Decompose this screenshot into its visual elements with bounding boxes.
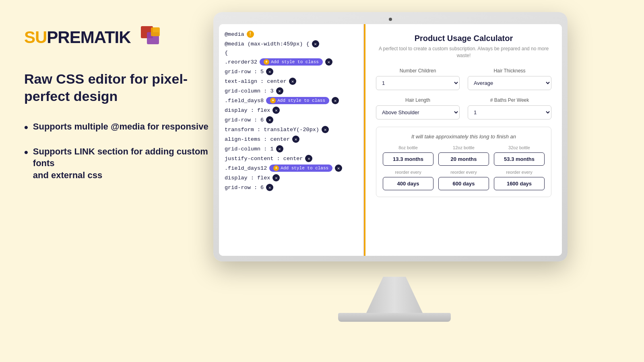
add-style-field-days12-button[interactable]: + Add style to class [269,165,332,172]
close-reorder32-icon[interactable]: ✕ [325,58,332,66]
css-grid-column-3-text: grid-column : 3 [225,88,274,94]
css-grid-row-6b-text: grid-row : 6 [225,185,264,191]
monitor-screen: @media ! @media (max-width:459px) { ✕ { … [219,24,562,256]
brand-logo-icon [139,24,165,50]
close-align-items-icon[interactable]: ✕ [292,136,299,143]
baths-per-week-select[interactable]: 1 2 3 [468,105,551,119]
css-line-display-flex-2: display : flex ✕ [225,174,357,181]
monitor-dot [389,18,392,21]
calculator-subtitle: A perfect tool to create a custom subscr… [376,45,551,59]
hair-length-label: Hair Length [376,97,460,103]
css-line-transform: transform : translateY(-20px) ✕ [225,126,357,133]
css-line-justify-content: justify-content : center ✕ [225,155,357,162]
css-line-grid-column-3: grid-column : 3 ✕ [225,87,357,95]
css-line-grid-column-1: grid-column : 1 ✕ [225,145,357,152]
css-transform-text: transform : translateY(-20px) [225,127,319,133]
add-style-field-days8-button[interactable]: + Add style to class [266,97,329,104]
close-text-align-icon[interactable]: ✕ [289,78,296,85]
bottle-label-8oz: 8oz bottle [383,145,433,150]
days-32oz: 1600 days [494,177,545,190]
close-justify-content-icon[interactable]: ✕ [305,155,312,162]
brand-rest: PREMATIK [47,28,130,47]
add-style-label: Add style to class [271,60,319,64]
close-grid-row-5-icon[interactable]: ✕ [266,68,273,75]
bottle-label-12oz: 12oz bottle [438,145,489,150]
css-align-items-text: align-items : center [225,136,290,142]
brand-su: SU [24,28,47,47]
css-line-grid-row-5: grid-row : 5 ✕ [225,68,357,75]
css-reorder32-text: .reorder32 [225,59,257,65]
form-row-top: Number Children 1 2 3 Hair Thickness Thi… [376,68,551,90]
brand-name: SUPREMATIK [24,28,131,47]
css-media-text: @media [225,31,244,37]
close-transform-icon[interactable]: ✕ [322,126,329,133]
svg-rect-2 [151,27,160,36]
css-brace-text: { [225,50,228,56]
monitor: @media ! @media (max-width:459px) { ✕ { … [213,12,576,334]
add-style-label-2: Add style to class [277,98,325,103]
months-8oz: 13.3 months [383,152,433,166]
css-line-field-days8: .field_days8 + Add style to class ✕ [225,97,357,104]
css-line-media-query: @media (max-width:459px) { ✕ [225,40,357,47]
css-field-days12-text: .field_days12 [225,165,267,171]
months-32oz: 53.3 months [494,152,545,166]
css-line-grid-row-6b: grid-row : 6 ✕ [225,184,357,191]
monitor-stand [338,277,451,322]
feature-item-2: Supports LINK section for adding custom … [24,146,217,181]
add-style-reorder32-button[interactable]: + Add style to class [260,58,323,66]
css-line-reorder32: .reorder32 + Add style to class ✕ [225,58,357,66]
css-field-days8-text: .field_days8 [225,98,264,104]
css-grid-column-1-text: grid-column : 1 [225,146,274,152]
monitor-body: @media ! @media (max-width:459px) { ✕ { … [213,12,568,261]
days-12oz: 600 days [438,177,489,190]
css-display-flex-2-text: display : flex [225,175,270,181]
css-grid-row-5-text: grid-row : 5 [225,69,264,75]
css-editor-panel: @media ! @media (max-width:459px) { ✕ { … [219,24,364,256]
baths-per-week-label: # Baths Per Week [468,97,551,103]
close-display-flex-2-icon[interactable]: ✕ [272,174,280,181]
reorder-label-12oz: reorder every [438,170,489,175]
css-line-media: @media ! [225,31,357,38]
hair-length-select[interactable]: Short Above Shoulder Below Shoulder Long [376,105,460,119]
feature-item-1: Supports multiple @media for responsive [24,121,217,134]
hair-thickness-label: Hair Thickness [468,68,551,74]
number-children-group: Number Children 1 2 3 [376,68,460,90]
close-field-days8-icon[interactable]: ✕ [332,97,339,104]
close-grid-column-1-icon[interactable]: ✕ [276,145,283,152]
feature-list: Supports multiple @media for responsive … [24,121,217,181]
media-badge-icon: ! [247,31,254,38]
month-values-row: 13.3 months 20 months 53.3 months [383,152,545,166]
stand-base [338,313,451,322]
css-line-display-flex-1: display : flex ✕ [225,107,357,114]
hair-length-group: Hair Length Short Above Shoulder Below S… [376,97,460,119]
close-grid-column-3-icon[interactable]: ✕ [276,87,283,95]
hair-thickness-select[interactable]: Thin Average Thick [468,76,551,90]
reorder-labels-row: reorder every reorder every reorder ever… [383,170,545,175]
add-style-label-3: Add style to class [281,166,328,171]
css-media-query-text: @media (max-width:459px) { [225,41,310,47]
calculator-title: Product Usage Calculator [376,34,551,43]
form-row-bottom: Hair Length Short Above Shoulder Below S… [376,97,551,119]
number-children-select[interactable]: 1 2 3 [376,76,460,90]
plus-icon: + [264,59,269,65]
brand: SUPREMATIK [24,24,217,50]
close-grid-row-6b-icon[interactable]: ✕ [266,184,273,191]
calculator-panel: Product Usage Calculator A perfect tool … [365,24,562,256]
main-headline: Raw CSS editor for pixel-perfect design [24,70,217,105]
close-display-flex-1-icon[interactable]: ✕ [272,107,280,114]
css-line-grid-row-6: grid-row : 6 ✕ [225,116,357,123]
close-media-query-icon[interactable]: ✕ [312,40,319,47]
css-line-text-align: text-align : center ✕ [225,78,357,85]
bottle-labels-row: 8oz bottle 12oz bottle 32oz bottle [383,145,545,150]
number-children-label: Number Children [376,68,460,74]
left-panel: SUPREMATIK Raw CSS editor for pixel-perf… [24,24,217,181]
css-justify-content-text: justify-content : center [225,156,303,162]
css-display-flex-1-text: display : flex [225,107,270,113]
days-8oz: 400 days [383,177,433,190]
css-line-brace: { [225,50,357,56]
day-values-row: 400 days 600 days 1600 days [383,177,545,190]
hair-thickness-group: Hair Thickness Thin Average Thick [468,68,551,90]
close-grid-row-6-icon[interactable]: ✕ [266,116,273,123]
results-box: It will take approximately this long to … [376,127,551,197]
close-field-days12-icon[interactable]: ✕ [335,165,342,172]
